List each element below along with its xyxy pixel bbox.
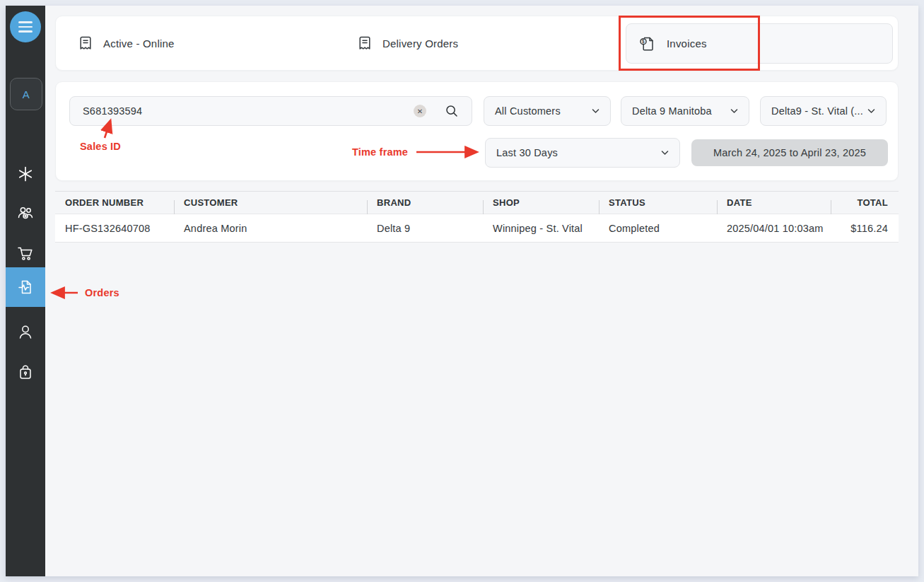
column-header-brand: BRAND: [367, 197, 483, 208]
svg-text:$: $: [642, 39, 645, 45]
cell-brand: Delta 9: [367, 223, 483, 234]
sales-id-search-input[interactable]: [70, 105, 414, 117]
orders-table: ORDER NUMBER CUSTOMER BRAND SHOP STATUS …: [55, 191, 899, 243]
sidebar-item-asterisk[interactable]: [6, 154, 45, 194]
cell-order-number: HF-GS132640708: [55, 223, 174, 234]
timeframe-select-value: Last 30 Days: [496, 147, 558, 158]
cell-total: $116.24: [831, 223, 899, 234]
bag-lock-icon: [16, 363, 35, 381]
magnifier-icon: [445, 104, 459, 118]
filters-panel: ✕ All Customers Delta 9 Manitoba: [55, 81, 899, 181]
table-row[interactable]: HF-GS132640708 Andrea Morin Delta 9 Winn…: [55, 214, 899, 243]
receipt-icon: [78, 35, 93, 51]
tab-bar: Active - Online Delivery Orders: [55, 16, 899, 71]
column-header-shop: SHOP: [483, 197, 599, 208]
column-header-status: STATUS: [599, 197, 717, 208]
app-stage: A: [0, 0, 924, 582]
column-header-total: TOTAL: [831, 197, 899, 208]
column-header-date: DATE: [717, 197, 831, 208]
customers-select-value: All Customers: [495, 105, 561, 117]
avatar[interactable]: A: [10, 78, 42, 110]
search-box: ✕: [69, 96, 472, 126]
cell-status: Completed: [599, 223, 717, 234]
sidebar: A: [6, 6, 45, 576]
user-icon: [16, 323, 35, 342]
cell-date: 2025/04/01 10:03am: [717, 223, 831, 234]
chevron-down-icon: [730, 108, 738, 114]
table-header-row: ORDER NUMBER CUSTOMER BRAND SHOP STATUS …: [55, 191, 899, 214]
receipt-icon: [358, 35, 372, 51]
cell-shop: Winnipeg - St. Vital: [483, 223, 599, 234]
timeframe-select[interactable]: Last 30 Days: [485, 138, 680, 168]
sidebar-item-bag[interactable]: [6, 352, 45, 392]
app-window: A: [6, 6, 918, 576]
chevron-down-icon: [867, 108, 875, 114]
shop-select[interactable]: Delta9 - St. Vital (...: [760, 96, 887, 126]
clear-search-icon[interactable]: ✕: [414, 105, 426, 117]
invoice-dollar-icon: $: [638, 35, 655, 52]
date-range-display: March 24, 2025 to April 23, 2025: [691, 139, 888, 166]
column-header-customer: CUSTOMER: [174, 197, 367, 208]
main-content: Active - Online Delivery Orders: [45, 6, 918, 576]
tab-label: Active - Online: [103, 37, 175, 50]
shop-select-value: Delta9 - St. Vital (...: [771, 105, 863, 117]
tab-label: Delivery Orders: [382, 37, 458, 50]
avatar-letter: A: [23, 88, 30, 100]
orders-document-icon: [16, 277, 35, 297]
date-range-value: March 24, 2025 to April 23, 2025: [713, 147, 866, 158]
tab-delivery-orders[interactable]: Delivery Orders: [358, 16, 458, 70]
chevron-down-icon: [661, 150, 669, 156]
shopping-cart-icon: [16, 244, 35, 262]
brand-select-value: Delta 9 Manitoba: [632, 105, 712, 117]
search-button[interactable]: [445, 104, 459, 118]
customers-select[interactable]: All Customers: [484, 96, 611, 126]
hamburger-menu-icon[interactable]: [10, 11, 41, 42]
brand-select[interactable]: Delta 9 Manitoba: [621, 96, 749, 126]
sidebar-item-orders[interactable]: [6, 267, 45, 307]
column-header-order-number: ORDER NUMBER: [55, 197, 174, 208]
customers-group-add-icon: [16, 204, 35, 222]
asterisk-icon: [17, 165, 34, 182]
sidebar-item-customers[interactable]: [6, 193, 45, 233]
tab-invoices[interactable]: $ Invoices: [626, 23, 893, 64]
tab-label: Invoices: [667, 37, 707, 50]
sidebar-item-user[interactable]: [6, 313, 45, 352]
chevron-down-icon: [592, 108, 600, 114]
tab-active-online[interactable]: Active - Online: [78, 16, 175, 70]
cell-customer: Andrea Morin: [174, 223, 367, 234]
